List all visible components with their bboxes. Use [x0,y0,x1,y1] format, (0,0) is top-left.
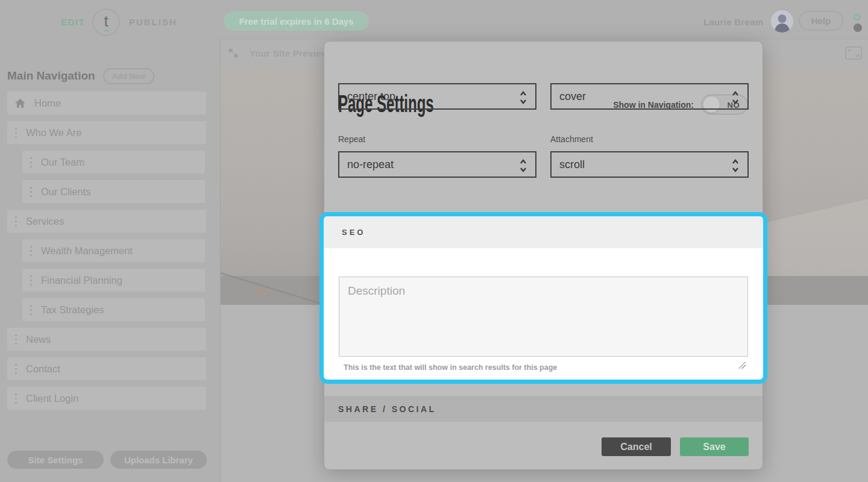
sidebar-item-financial-planning[interactable]: Financial Planning [22,269,205,292]
sidebar-item-label: Home [34,98,61,109]
drag-handle-icon[interactable] [15,364,17,374]
seo-section-header: SEO [324,216,763,248]
resize-handle-icon[interactable] [739,362,746,369]
save-button[interactable]: Save [680,437,749,456]
repeat-select[interactable]: no-repeat [338,151,536,178]
select-value: center top [347,90,395,103]
sidebar-item-label: Wealth Management [41,245,133,257]
position-select[interactable]: center top [338,83,536,110]
sidebar-item-our-clients[interactable]: Our Clients [22,180,205,203]
drag-handle-icon[interactable] [30,246,32,256]
seo-helper-text: This is the text that will show in searc… [339,363,748,372]
drag-handle-icon[interactable] [15,334,17,345]
size-select[interactable]: cover [550,83,749,110]
app-logo[interactable]: t [92,8,120,36]
avatar[interactable] [771,10,793,33]
drag-handle-icon[interactable] [30,157,32,167]
add-new-button[interactable]: Add New [103,68,154,84]
sidebar-item-our-team[interactable]: Our Team [22,151,205,174]
page-settings-modal: Page Settings Show in Navigation: NO cen… [324,41,763,470]
sidebar-item-label: Client Login [26,393,78,404]
help-button[interactable]: Help [799,11,843,31]
status-dot-icon[interactable] [854,23,862,32]
chevron-updown-icon [732,90,739,105]
sidebar-item-wealth-management[interactable]: Wealth Management [22,239,205,262]
chevron-updown-icon [520,90,527,105]
sidebar-item-services[interactable]: Services [7,210,206,233]
publish-button[interactable]: PUBLISH [129,17,177,27]
drag-handle-icon[interactable] [30,305,32,315]
sidebar-item-label: Financial Planning [41,275,122,286]
logo-underline [104,30,109,31]
home-icon [15,99,25,108]
site-settings-button[interactable]: Site Settings [7,451,104,469]
drag-handle-icon[interactable] [15,216,17,227]
expand-diagonal-icon[interactable] [228,48,239,58]
drag-handle-icon[interactable] [30,187,32,197]
seo-heading: SEO [342,228,365,237]
drag-handle-icon[interactable] [15,128,17,138]
select-value: cover [559,90,586,103]
sidebar-item-contact[interactable]: Contact [7,357,206,380]
status-ring-icon[interactable] [854,14,860,20]
seo-section-highlight: SEO This is the text that will show in s… [319,212,767,384]
share-social-section-header[interactable]: SHARE / SOCIAL [324,396,763,422]
sidebar-title: Main Navigation [7,69,95,83]
sidebar-item-client-login[interactable]: Client Login [7,387,206,410]
sidebar-item-who-we-are[interactable]: Who We Are [7,121,206,144]
cancel-button[interactable]: Cancel [602,437,671,456]
preview-label: Your Site Preview [250,48,329,58]
repeat-label: Repeat [338,134,536,144]
drag-handle-icon[interactable] [15,393,17,404]
sidebar-item-tax-strategies[interactable]: Tax Strategies [22,298,205,321]
sidebar-item-label: Our Team [41,157,84,168]
select-value: scroll [559,158,585,171]
trial-expiry-banner[interactable]: Free trial expires in 6 Days [224,11,369,31]
logo-letter: t [104,13,108,29]
attachment-label: Attachment [550,134,749,144]
drag-handle-icon[interactable] [30,275,32,286]
attachment-select[interactable]: scroll [550,151,749,178]
sidebar-item-label: Our Clients [41,186,91,198]
sidebar-item-label: Tax Strategies [41,304,104,316]
chevron-updown-icon [520,158,527,174]
sidebar-item-label: Contact [26,363,60,375]
sidebar-item-news[interactable]: News [7,328,206,351]
sidebar-item-label: News [26,334,51,345]
seo-description-textarea[interactable] [339,277,748,357]
edit-mode-label[interactable]: EDIT [61,17,85,27]
sidebar-item-home[interactable]: Home [7,92,206,114]
sidebar-item-label: Who We Are [26,127,81,139]
app-window: EDIT t PUBLISH Free trial expires in 6 D… [0,0,868,482]
fullscreen-icon[interactable] [845,46,862,60]
avatar-silhouette-icon [771,10,793,33]
user-name: Laurie Bream [703,17,763,27]
sidebar-item-label: Services [26,216,64,227]
uploads-library-button[interactable]: Uploads Library [110,451,207,469]
chevron-updown-icon [732,158,739,174]
select-value: no-repeat [347,158,394,171]
share-social-heading: SHARE / SOCIAL [338,404,436,414]
